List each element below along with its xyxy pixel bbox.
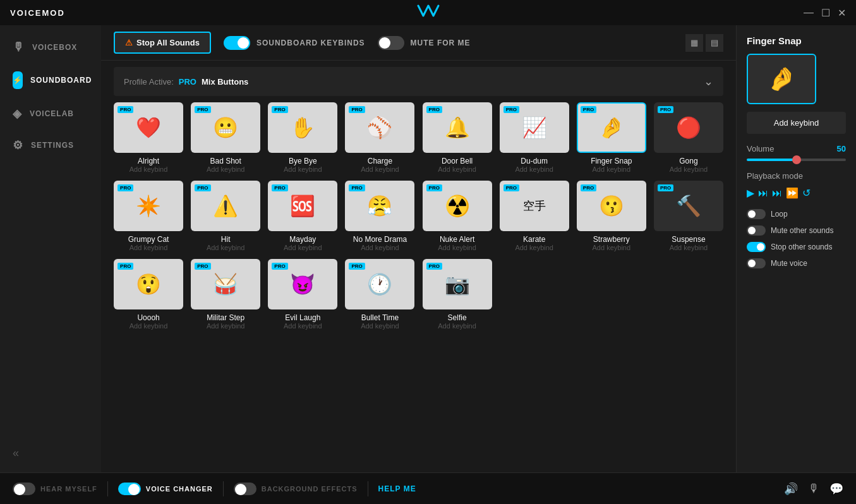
- keybinds-toggle[interactable]: [224, 36, 250, 50]
- minimize-button[interactable]: —: [804, 7, 814, 19]
- sound-card-selfie[interactable]: PRO 📷 Selfie Add keybind: [423, 259, 492, 330]
- sound-keybind-uoooh[interactable]: Add keybind: [130, 322, 168, 330]
- option-toggle-stop-other[interactable]: [747, 242, 766, 252]
- help-link[interactable]: HELP ME: [378, 484, 416, 493]
- volume-slider[interactable]: [747, 159, 846, 161]
- background-effects-label: BACKGROUND EFFECTS: [262, 485, 358, 493]
- step-button[interactable]: ⏭: [772, 188, 782, 199]
- panel-thumb: 🤌: [747, 54, 816, 104]
- sidebar-item-settings[interactable]: ⚙ SETTINGS: [0, 129, 101, 161]
- sound-keybind-selfie[interactable]: Add keybind: [438, 322, 476, 330]
- sound-emoji-suspense: 🔨: [676, 194, 701, 218]
- option-toggle-mute-other[interactable]: [747, 225, 766, 236]
- sound-keybind-evil-laugh[interactable]: Add keybind: [284, 322, 322, 330]
- sound-emoji-finger-snap: 🤌: [599, 116, 624, 140]
- option-toggle-mute-voice[interactable]: [747, 258, 766, 268]
- pro-badge: PRO: [272, 184, 287, 191]
- microphone-bottom-icon[interactable]: 🎙: [808, 482, 819, 496]
- sound-name-bad-shot: Bad Shot: [210, 157, 241, 165]
- sound-grid-inner: PRO ❤️ Alright Add keybind PRO 😬 Bad Sho…: [114, 102, 723, 330]
- sidebar-label-voicelab: VOICELAB: [30, 109, 74, 118]
- mute-toggle-group: MUTE FOR ME: [378, 36, 471, 50]
- sound-card-miltar-step[interactable]: PRO 🥁 Militar Step Add keybind: [191, 259, 260, 330]
- sound-keybind-karate[interactable]: Add keybind: [515, 244, 553, 251]
- sound-thumb-uoooh: PRO 😲: [114, 259, 183, 309]
- sound-card-bye-bye[interactable]: PRO ✋ Bye Bye Add keybind: [268, 102, 337, 173]
- sound-keybind-grumpy-cat[interactable]: Add keybind: [130, 244, 168, 251]
- sidebar-item-voicebox[interactable]: 🎙 VOICEBOX: [0, 32, 101, 63]
- sound-card-nuke-alert[interactable]: PRO ☢️ Nuke Alert Add keybind: [423, 181, 492, 251]
- play-button[interactable]: ▶: [747, 187, 754, 199]
- next-button[interactable]: ⏭: [758, 188, 768, 199]
- add-keybind-button[interactable]: Add keybind: [747, 112, 846, 134]
- loop-playback-button[interactable]: ↺: [802, 187, 811, 199]
- sound-card-karate[interactable]: PRO 空手 Karate Add keybind: [500, 181, 569, 251]
- sound-card-alright[interactable]: PRO ❤️ Alright Add keybind: [114, 102, 183, 173]
- sidebar-item-voicelab[interactable]: ◈ VOICELAB: [0, 98, 101, 129]
- sound-keybind-door-bell[interactable]: Add keybind: [438, 165, 476, 173]
- sidebar-collapse-button[interactable]: «: [0, 434, 101, 472]
- sound-card-strawberry[interactable]: PRO 😗 Strawberry Add keybind: [577, 181, 646, 251]
- maximize-button[interactable]: ☐: [821, 7, 830, 19]
- sound-card-uoooh[interactable]: PRO 😲 Uoooh Add keybind: [114, 259, 183, 330]
- sound-keybind-bye-bye[interactable]: Add keybind: [284, 165, 322, 173]
- sound-keybind-strawberry[interactable]: Add keybind: [593, 244, 631, 251]
- chat-icon[interactable]: 💬: [829, 482, 843, 496]
- fast-forward-button[interactable]: ⏩: [786, 187, 799, 199]
- profile-bar[interactable]: Profile Active: PRO Mix Buttons ⌄: [114, 67, 723, 96]
- sound-card-bad-shot[interactable]: PRO 😬 Bad Shot Add keybind: [191, 102, 260, 173]
- sound-keybind-bad-shot[interactable]: Add keybind: [207, 165, 245, 173]
- sound-card-finger-snap[interactable]: PRO 🤌 Finger Snap Add keybind: [577, 102, 646, 173]
- sound-name-hit: Hit: [221, 235, 231, 244]
- sound-keybind-no-more-drama[interactable]: Add keybind: [361, 244, 399, 251]
- sound-emoji-mayday: 🆘: [290, 194, 315, 218]
- close-button[interactable]: ✕: [838, 7, 846, 19]
- sound-keybind-hit[interactable]: Add keybind: [207, 244, 245, 251]
- voice-changer-toggle[interactable]: [118, 483, 141, 495]
- sound-keybind-suspense[interactable]: Add keybind: [670, 244, 708, 251]
- gear-icon: ⚙: [13, 138, 23, 152]
- sound-keybind-finger-snap[interactable]: Add keybind: [593, 165, 631, 173]
- sound-emoji-karate: 空手: [523, 198, 546, 213]
- sound-card-bullet-time[interactable]: PRO 🕐 Bullet Time Add keybind: [345, 259, 414, 330]
- sound-name-du-dum: Du-dum: [521, 157, 548, 165]
- sound-keybind-alright[interactable]: Add keybind: [130, 165, 168, 173]
- sound-keybind-nuke-alert[interactable]: Add keybind: [438, 244, 476, 251]
- sound-keybind-mayday[interactable]: Add keybind: [284, 244, 322, 251]
- voice-changer-label: VOICE CHANGER: [146, 485, 213, 493]
- sound-card-hit[interactable]: PRO ⚠️ Hit Add keybind: [191, 181, 260, 251]
- option-toggle-loop[interactable]: [747, 209, 766, 219]
- pro-badge: PRO: [195, 184, 210, 191]
- hear-myself-toggle[interactable]: [13, 483, 35, 495]
- sound-emoji-bullet-time: 🕐: [367, 272, 392, 296]
- sound-card-mayday[interactable]: PRO 🆘 Mayday Add keybind: [268, 181, 337, 251]
- sound-thumb-bullet-time: PRO 🕐: [345, 259, 414, 309]
- pro-badge: PRO: [272, 106, 287, 113]
- sound-card-suspense[interactable]: PRO 🔨 Suspense Add keybind: [654, 181, 723, 251]
- sound-card-no-more-drama[interactable]: PRO 😤 No More Drama Add keybind: [345, 181, 414, 251]
- sound-keybind-miltar-step[interactable]: Add keybind: [207, 322, 245, 330]
- pro-badge: PRO: [503, 184, 519, 191]
- option-label-loop: Loop: [771, 210, 788, 219]
- sound-card-door-bell[interactable]: PRO 🔔 Door Bell Add keybind: [423, 102, 492, 173]
- sidebar-item-soundboard[interactable]: ⚡ SOUNDBOARD: [0, 63, 101, 98]
- sound-card-gong[interactable]: PRO 🔴 Gong Add keybind: [654, 102, 723, 173]
- sound-keybind-charge[interactable]: Add keybind: [361, 165, 399, 173]
- sound-card-du-dum[interactable]: PRO 📈 Du-dum Add keybind: [500, 102, 569, 173]
- sound-keybind-gong[interactable]: Add keybind: [670, 165, 708, 173]
- mute-toggle[interactable]: [378, 36, 404, 50]
- sound-card-evil-laugh[interactable]: PRO 😈 Evil Laugh Add keybind: [268, 259, 337, 330]
- background-effects-toggle[interactable]: [234, 483, 256, 495]
- keybinds-label: SOUNDBOARD KEYBINDS: [256, 39, 365, 47]
- sound-thumb-grumpy-cat: PRO ✴️: [114, 181, 183, 231]
- sound-keybind-du-dum[interactable]: Add keybind: [515, 165, 553, 173]
- bottom-icons: 🔊 🎙 💬: [784, 482, 843, 496]
- list-view-button[interactable]: ▤: [706, 34, 723, 52]
- sound-card-charge[interactable]: PRO ⚾ Charge Add keybind: [345, 102, 414, 173]
- grid-view-button[interactable]: ▦: [685, 34, 703, 52]
- volume-icon[interactable]: 🔊: [784, 482, 798, 496]
- stop-all-button[interactable]: ⚠ Stop All Sounds: [114, 32, 211, 54]
- volume-row: Volume 50: [747, 144, 846, 153]
- sound-card-grumpy-cat[interactable]: PRO ✴️ Grumpy Cat Add keybind: [114, 181, 183, 251]
- sound-keybind-bullet-time[interactable]: Add keybind: [361, 322, 399, 330]
